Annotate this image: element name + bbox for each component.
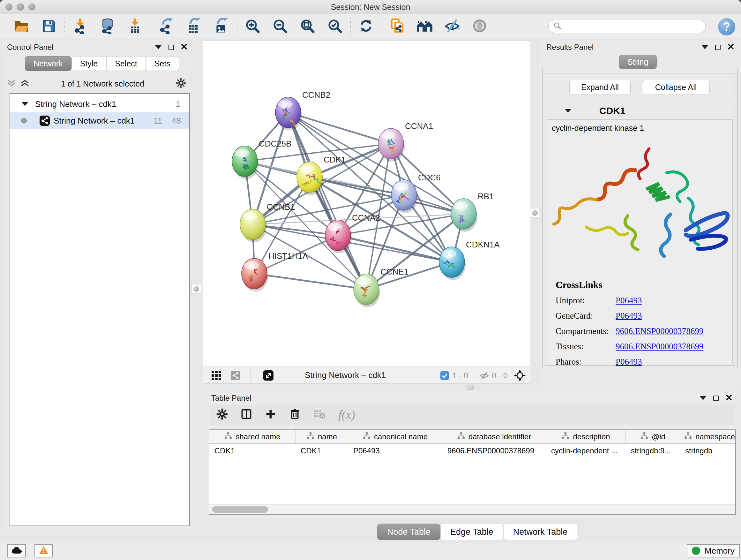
import-network-file-button[interactable] <box>71 17 89 36</box>
clone-network-button[interactable] <box>388 17 407 36</box>
search-field[interactable] <box>548 20 706 33</box>
collapse-all-button[interactable]: Collapse All <box>642 80 710 95</box>
column-header-shared-name[interactable]: shared name <box>209 430 295 443</box>
open-session-button[interactable] <box>12 17 30 36</box>
delete-column-icon[interactable] <box>289 408 300 421</box>
zoom-out-button[interactable] <box>271 17 289 36</box>
zoom-selected-icon <box>327 18 342 35</box>
close-panel-icon[interactable] <box>181 44 187 51</box>
column-header--id[interactable]: @id <box>626 430 680 443</box>
crosslink-link[interactable]: P06493 <box>616 296 642 306</box>
grid-view-icon[interactable] <box>212 371 221 381</box>
horizontal-splitter-handle[interactable] <box>467 385 474 390</box>
zoom-in-button[interactable] <box>243 17 262 36</box>
panel-menu-icon[interactable] <box>702 45 708 49</box>
network-node-ccne1[interactable]: CCNE1 <box>354 267 408 307</box>
network-edge-hist1h1a-ccne1[interactable] <box>254 273 366 289</box>
table-row[interactable]: CDK1CDK1P064939606.ENSP00000378699cyclin… <box>209 444 735 457</box>
splitter-handle-icon[interactable] <box>532 210 538 216</box>
network-node-ccna1[interactable]: CCNA1 <box>378 121 433 162</box>
delete-table-icon[interactable] <box>313 409 326 421</box>
left-splitter[interactable] <box>191 40 202 529</box>
import-network-database-button[interactable] <box>98 17 117 36</box>
zoom-fit-button[interactable] <box>298 17 317 36</box>
export-network-button[interactable] <box>157 17 176 36</box>
tab-select[interactable]: Select <box>106 56 145 71</box>
float-panel-icon[interactable] <box>715 45 721 50</box>
crosslinks-section: CrossLinks Uniprot:P06493GeneCard:P06493… <box>556 279 703 367</box>
scrollbar-thumb[interactable] <box>212 506 268 513</box>
column-type-icon <box>561 432 569 442</box>
column-header-name[interactable]: name <box>295 430 348 443</box>
search-input[interactable] <box>562 22 696 31</box>
table-horizontal-scrollbar[interactable] <box>209 504 735 514</box>
collapse-all-tree-icon[interactable] <box>7 79 16 88</box>
network-node-hist1h1a[interactable]: HIST1H1A <box>242 251 308 292</box>
control-panel: Control Panel NetworkStyleSelectSets 1 o… <box>3 40 191 529</box>
add-column-icon[interactable] <box>265 408 276 421</box>
table-cell: 9606.ENSP00000378699 <box>442 444 546 457</box>
network-row[interactable]: String Network – cdk1 11 48 <box>10 112 189 129</box>
column-header-canonical-name[interactable]: canonical name <box>348 430 442 443</box>
network-edge-cdkn1a-ccne1[interactable] <box>366 262 452 289</box>
tab-style[interactable]: Style <box>71 56 107 71</box>
crosslink-link[interactable]: P06493 <box>616 311 642 321</box>
table-settings-gear-icon[interactable] <box>216 408 228 421</box>
crosshair-icon[interactable] <box>514 370 526 382</box>
close-panel-icon[interactable] <box>726 394 732 402</box>
show-columns-icon[interactable] <box>241 408 252 421</box>
entry-header[interactable]: CDK1 <box>545 102 735 119</box>
hide-graphics-details-button[interactable] <box>443 17 461 36</box>
crosslink-link[interactable]: 9606.ENSP00000378699 <box>616 341 703 352</box>
column-header-description[interactable]: description <box>546 430 626 443</box>
import-table-file-button[interactable] <box>126 17 144 36</box>
zoom-fit-icon <box>300 18 315 35</box>
birdseye-view-icon[interactable] <box>231 371 240 381</box>
crosslink-link[interactable]: P06493 <box>616 357 642 367</box>
column-header-namespace[interactable]: namespace <box>680 430 739 443</box>
zoom-selected-button[interactable] <box>326 17 344 36</box>
tab-network[interactable]: Network <box>25 56 71 71</box>
network-graph[interactable]: CCNB2CCNA1CDC25BCDK1CDC6RB1CCNB1CCNA2CDK… <box>203 41 530 367</box>
save-session-button[interactable] <box>40 17 58 36</box>
memory-button[interactable]: Memory <box>687 544 740 557</box>
string-protein-query-button[interactable] <box>415 17 434 36</box>
selection-checkbox[interactable] <box>441 371 449 381</box>
tab-string[interactable]: String <box>619 55 657 69</box>
warning-status-button[interactable] <box>35 544 53 557</box>
gear-icon[interactable] <box>176 78 186 89</box>
crosslink-link[interactable]: 9606.ENSP00000378699 <box>616 326 703 336</box>
tab-sets[interactable]: Sets <box>146 56 179 71</box>
network-canvas[interactable]: CCNB2CCNA1CDC25BCDK1CDC6RB1CCNB1CCNA2CDK… <box>203 40 530 367</box>
float-panel-icon[interactable] <box>713 395 719 401</box>
network-edge-ccnb2-ccne1[interactable] <box>288 112 366 289</box>
hidden-eye-icon[interactable] <box>480 371 489 381</box>
panel-menu-icon[interactable] <box>155 45 161 49</box>
show-graphics-details-button[interactable] <box>470 17 489 36</box>
column-header-database-identifier[interactable]: database identifier <box>442 430 546 443</box>
expand-all-button[interactable]: Expand All <box>569 80 630 95</box>
node-table: shared namenamecanonical namedatabase id… <box>209 429 736 515</box>
expand-all-tree-icon[interactable] <box>20 79 29 88</box>
function-builder-icon[interactable]: f(x) <box>338 408 355 422</box>
cloud-status-button[interactable] <box>7 544 26 557</box>
network-edge-ccnb2-ccna1[interactable] <box>288 112 391 144</box>
help-button[interactable]: ? <box>718 18 735 36</box>
network-collection-row[interactable]: String Network – cdk1 1 <box>10 96 189 112</box>
table-mode-tabs: Node TableEdge TableNetwork Table <box>377 523 577 540</box>
refresh-view-button[interactable] <box>357 17 375 36</box>
network-node-rb1[interactable]: RB1 <box>451 192 494 232</box>
close-panel-icon[interactable] <box>728 44 734 51</box>
tab-edge-table[interactable]: Edge Table <box>441 523 503 540</box>
tab-node-table[interactable]: Node Table <box>377 523 441 540</box>
float-panel-icon[interactable] <box>169 45 174 50</box>
export-table-button[interactable] <box>185 17 203 36</box>
network-node-cdkn1a[interactable]: CDKN1A <box>439 240 500 280</box>
warning-icon <box>39 546 49 556</box>
panel-menu-icon[interactable] <box>700 396 706 400</box>
tab-network-table[interactable]: Network Table <box>503 523 578 540</box>
network-node-ccnb2[interactable]: CCNB2 <box>275 90 330 130</box>
splitter-handle-icon[interactable] <box>193 286 199 292</box>
open-in-window-icon[interactable] <box>263 370 273 382</box>
export-image-button[interactable] <box>212 17 230 36</box>
